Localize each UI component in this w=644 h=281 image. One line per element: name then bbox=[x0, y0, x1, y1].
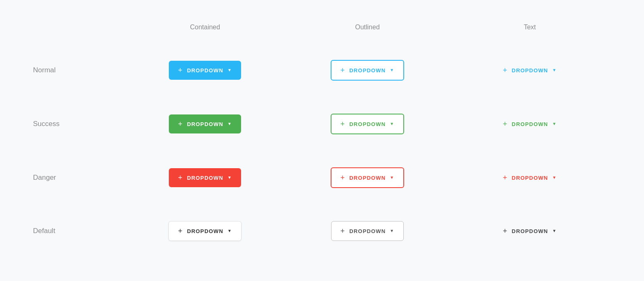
contained-success-button[interactable]: + DROPDOWN ▼ bbox=[169, 114, 241, 133]
button-label: DROPDOWN bbox=[349, 228, 386, 234]
outlined-normal-cell: + DROPDOWN ▼ bbox=[286, 43, 448, 97]
text-success-cell: + DROPDOWN ▼ bbox=[449, 98, 611, 150]
outlined-default-cell: + DROPDOWN ▼ bbox=[286, 205, 448, 257]
outlined-success-cell: + DROPDOWN ▼ bbox=[286, 97, 448, 151]
button-label: DROPDOWN bbox=[349, 121, 386, 127]
contained-success-cell: + DROPDOWN ▼ bbox=[124, 98, 286, 150]
button-label: DROPDOWN bbox=[512, 121, 548, 127]
plus-icon: + bbox=[503, 67, 508, 74]
button-label: DROPDOWN bbox=[349, 67, 386, 74]
chevron-down-icon: ▼ bbox=[227, 229, 232, 233]
contained-default-button[interactable]: + DROPDOWN ▼ bbox=[168, 221, 242, 241]
chevron-down-icon: ▼ bbox=[552, 122, 557, 126]
chevron-down-icon: ▼ bbox=[390, 176, 394, 180]
chevron-down-icon: ▼ bbox=[390, 122, 394, 126]
text-default-cell: + DROPDOWN ▼ bbox=[449, 205, 611, 257]
contained-danger-cell: + DROPDOWN ▼ bbox=[124, 152, 286, 204]
button-showcase-grid: Contained Outlined Text Normal + DROPDOW… bbox=[33, 24, 611, 257]
contained-danger-button[interactable]: + DROPDOWN ▼ bbox=[169, 168, 241, 187]
text-normal-cell: + DROPDOWN ▼ bbox=[449, 44, 611, 96]
chevron-down-icon: ▼ bbox=[227, 176, 232, 180]
text-danger-cell: + DROPDOWN ▼ bbox=[449, 152, 611, 204]
contained-default-cell: + DROPDOWN ▼ bbox=[124, 205, 286, 257]
outlined-danger-button[interactable]: + DROPDOWN ▼ bbox=[331, 167, 405, 188]
plus-icon: + bbox=[178, 120, 183, 128]
button-label: DROPDOWN bbox=[512, 67, 548, 74]
plus-icon: + bbox=[503, 120, 508, 128]
button-label: DROPDOWN bbox=[187, 121, 223, 127]
text-normal-button[interactable]: + DROPDOWN ▼ bbox=[499, 61, 561, 80]
chevron-down-icon: ▼ bbox=[390, 68, 394, 72]
button-label: DROPDOWN bbox=[512, 228, 548, 234]
outlined-danger-cell: + DROPDOWN ▼ bbox=[286, 151, 448, 205]
plus-icon: + bbox=[341, 67, 346, 74]
row-label-default: Default bbox=[33, 210, 124, 252]
row-label-danger: Danger bbox=[33, 157, 124, 198]
chevron-down-icon: ▼ bbox=[552, 68, 557, 72]
chevron-down-icon: ▼ bbox=[552, 176, 557, 180]
header-text: Text bbox=[449, 24, 611, 43]
button-label: DROPDOWN bbox=[187, 228, 223, 234]
plus-icon: + bbox=[341, 227, 346, 235]
header-outlined: Outlined bbox=[286, 24, 448, 43]
outlined-success-button[interactable]: + DROPDOWN ▼ bbox=[331, 114, 405, 134]
button-label: DROPDOWN bbox=[349, 175, 386, 181]
chevron-down-icon: ▼ bbox=[552, 229, 557, 233]
row-label-normal: Normal bbox=[33, 50, 124, 91]
text-default-button[interactable]: + DROPDOWN ▼ bbox=[499, 221, 561, 241]
contained-normal-cell: + DROPDOWN ▼ bbox=[124, 44, 286, 96]
plus-icon: + bbox=[178, 67, 183, 74]
chevron-down-icon: ▼ bbox=[227, 68, 232, 72]
button-label: DROPDOWN bbox=[187, 67, 223, 74]
button-label: DROPDOWN bbox=[512, 175, 548, 181]
plus-icon: + bbox=[178, 227, 183, 235]
button-label: DROPDOWN bbox=[187, 175, 223, 181]
outlined-default-button[interactable]: + DROPDOWN ▼ bbox=[331, 221, 404, 241]
plus-icon: + bbox=[341, 120, 346, 128]
text-success-button[interactable]: + DROPDOWN ▼ bbox=[499, 114, 561, 133]
plus-icon: + bbox=[341, 174, 346, 181]
contained-normal-button[interactable]: + DROPDOWN ▼ bbox=[169, 61, 241, 80]
chevron-down-icon: ▼ bbox=[227, 122, 232, 126]
outlined-normal-button[interactable]: + DROPDOWN ▼ bbox=[331, 60, 405, 81]
plus-icon: + bbox=[178, 174, 183, 181]
text-danger-button[interactable]: + DROPDOWN ▼ bbox=[499, 168, 561, 187]
chevron-down-icon: ▼ bbox=[390, 229, 394, 233]
plus-icon: + bbox=[503, 227, 508, 235]
plus-icon: + bbox=[503, 174, 508, 181]
row-label-success: Success bbox=[33, 103, 124, 145]
header-contained: Contained bbox=[124, 24, 286, 43]
